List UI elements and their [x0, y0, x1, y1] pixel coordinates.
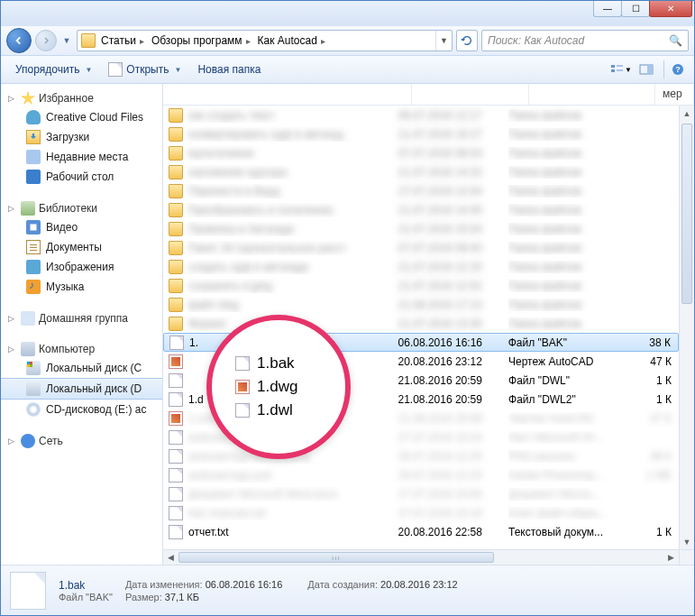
command-bar: Упорядочить▼ Открыть▼ Новая папка ▼ ?	[1, 55, 694, 84]
desktop-icon	[26, 170, 41, 184]
folder-icon	[81, 33, 96, 48]
video-icon	[26, 220, 41, 234]
sidebar-item[interactable]: CD-дисковод (E:) ac	[1, 400, 162, 419]
svg-rect-0	[611, 65, 615, 68]
image-icon	[26, 260, 41, 274]
sidebar-item-selected[interactable]: Локальный диск (D	[1, 378, 162, 400]
open-button[interactable]: Открыть▼	[101, 59, 188, 80]
sidebar-item[interactable]: Загрузки	[1, 127, 162, 147]
search-icon: 🔍	[669, 34, 682, 47]
homegroup-icon	[21, 311, 35, 326]
breadcrumb: Статьи▸	[99, 31, 150, 51]
minimize-button[interactable]: —	[593, 1, 622, 17]
address-dropdown[interactable]: ▼	[435, 31, 452, 51]
download-icon	[26, 130, 41, 144]
file-row[interactable]: autocad-logo.psd28.07.2016 12:23Adobe Ph…	[163, 465, 679, 484]
preview-pane-button[interactable]	[635, 60, 658, 79]
highlight-callout: 1.bak 1.dwg 1.dwl	[206, 315, 351, 459]
recent-icon	[26, 150, 41, 164]
network-group[interactable]: ▷Сеть	[1, 432, 162, 450]
file-icon	[108, 62, 123, 77]
back-button[interactable]	[6, 28, 32, 53]
file-icon	[235, 356, 250, 371]
sidebar-item[interactable]: Недавние места	[1, 147, 162, 167]
breadcrumb: Обзоры программ▸	[150, 31, 256, 51]
file-row[interactable]: Как Autocad.cdr27.07.2016 10:19Ключ файл…	[163, 503, 679, 522]
organize-button[interactable]: Упорядочить▼	[8, 60, 99, 79]
view-options-button[interactable]: ▼	[609, 60, 633, 79]
file-row[interactable]: мультилиния07.07.2016 08:03Папка файлов	[163, 143, 679, 162]
breadcrumb: Как Autocad▸	[256, 31, 331, 51]
file-row[interactable]: сохранить в jpeg21.07.2016 12:02Папка фа…	[163, 276, 679, 295]
file-row[interactable]: Пакет 3d горизонтальное расст07.07.2016 …	[163, 238, 679, 257]
horizontal-scrollbar[interactable]: ◀ııı▶	[163, 549, 679, 565]
file-row[interactable]: отчет.txt20.08.2016 22:58Текстовый докум…	[163, 522, 679, 541]
file-row[interactable]: Привязка в Автокаде21.07.2016 15:04Папка…	[163, 219, 679, 238]
sidebar-item[interactable]: Музыка	[1, 277, 162, 297]
file-thumbnail	[10, 572, 46, 610]
sidebar-item[interactable]: Изображения	[1, 257, 162, 277]
chevron-right-icon[interactable]: ▸	[317, 36, 329, 46]
sidebar-item[interactable]: Creative Cloud Files	[1, 107, 162, 127]
file-row[interactable]: конвертировать пдф в автокад21.07.2016 1…	[163, 124, 679, 143]
chevron-right-icon[interactable]: ▸	[242, 36, 254, 46]
details-pane: 1.bak Файл "BAK" Дата изменения: 06.08.2…	[1, 565, 694, 615]
star-icon	[21, 91, 35, 106]
vertical-scrollbar[interactable]: ▲▼	[679, 106, 694, 549]
svg-rect-5	[647, 65, 653, 74]
network-icon	[21, 434, 35, 448]
maximize-button[interactable]: ☐	[621, 1, 650, 17]
details-filetype: Файл "BAK"	[59, 592, 113, 602]
titlebar[interactable]: — ☐ ✕	[1, 1, 694, 26]
details-filename: 1.bak	[59, 579, 113, 592]
address-bar[interactable]: Статьи▸ Обзоры программ▸ Как Autocad▸ ▼	[77, 30, 453, 51]
file-row[interactable]: как создать текст06.07.2016 12:17Папка ф…	[163, 106, 679, 124]
disk-icon	[26, 382, 41, 396]
new-folder-button[interactable]: Новая папка	[190, 60, 268, 79]
sidebar-item[interactable]: Рабочий стол	[1, 167, 162, 187]
file-row[interactable]: создать пдф в автокаде21.07.2016 12:15Па…	[163, 257, 679, 276]
sidebar-item[interactable]: Видео	[1, 217, 162, 237]
explorer-window: — ☐ ✕ ▼ Статьи▸ Обзоры программ▸ Как Aut…	[0, 0, 695, 616]
libraries-group[interactable]: ▷Библиотеки	[1, 199, 162, 217]
file-row[interactable]: Перенести в Ворд27.07.2016 12:04Папка фа…	[163, 181, 679, 200]
navigation-bar: ▼ Статьи▸ Обзоры программ▸ Как Autocad▸ …	[1, 26, 694, 55]
favorites-group[interactable]: ▷Избранное	[1, 89, 162, 107]
file-row[interactable]: файл dwg21.08.2016 17:13Папка файлов	[163, 295, 679, 314]
file-row[interactable]: autocad-logo-иконка.png28.07.2016 12:25P…	[163, 446, 679, 465]
sidebar-item[interactable]: Документы	[1, 237, 162, 257]
search-input[interactable]: Поиск: Как Autocad 🔍	[481, 30, 689, 51]
file-icon	[235, 403, 250, 418]
close-button[interactable]: ✕	[649, 1, 692, 17]
cd-icon	[26, 402, 41, 417]
forward-button[interactable]	[35, 30, 57, 51]
column-headers[interactable]: мер	[163, 84, 694, 106]
computer-group[interactable]: ▷Компьютер	[1, 340, 162, 358]
file-row[interactable]: Документ Microsoft Word.docx17.07.2016 2…	[163, 484, 679, 503]
document-icon	[26, 240, 41, 254]
disk-icon	[26, 361, 41, 375]
cloud-icon	[26, 110, 41, 124]
history-dropdown[interactable]: ▼	[60, 36, 73, 45]
svg-text:?: ?	[675, 65, 681, 74]
svg-rect-1	[611, 69, 615, 72]
file-row[interactable]: Преобразовать в полилинию21.07.2016 14:4…	[163, 200, 679, 219]
file-row[interactable]: наложение курсора21.07.2016 14:32Папка ф…	[163, 162, 679, 181]
music-icon	[26, 280, 41, 294]
computer-icon	[21, 342, 35, 356]
navigation-pane: ▷Избранное Creative Cloud Files Загрузки…	[1, 84, 163, 565]
refresh-button[interactable]	[456, 30, 478, 51]
chevron-right-icon[interactable]: ▸	[136, 36, 148, 46]
library-icon	[21, 201, 35, 216]
sidebar-item[interactable]: Локальный диск (C	[1, 358, 162, 378]
homegroup[interactable]: ▷Домашняя группа	[1, 309, 162, 327]
dwg-icon	[235, 380, 250, 394]
help-button[interactable]: ?	[663, 60, 687, 79]
